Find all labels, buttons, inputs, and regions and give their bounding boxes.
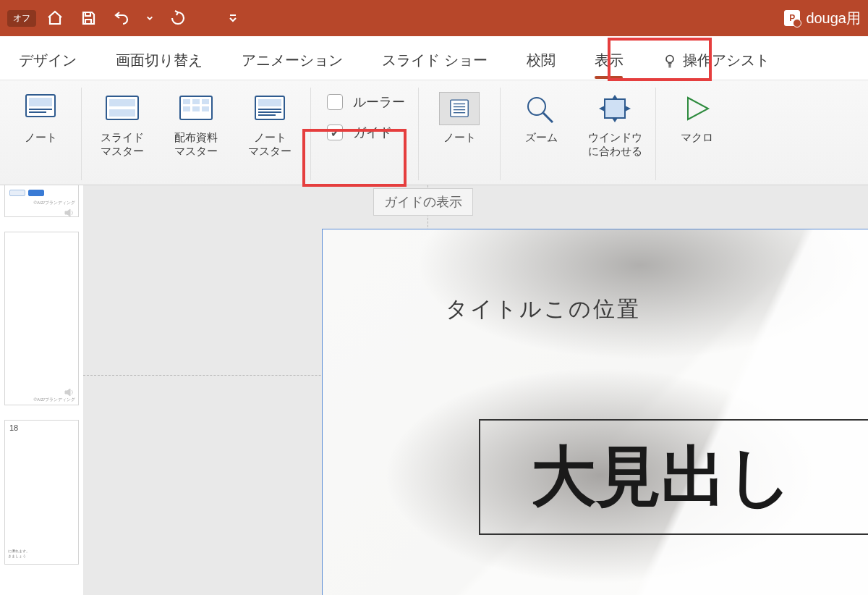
- undo-dropdown-icon[interactable]: [146, 9, 153, 27]
- svg-rect-6: [109, 99, 135, 106]
- speaker-icon: [64, 208, 75, 217]
- tab-view[interactable]: 表示: [592, 46, 626, 83]
- svg-line-26: [543, 113, 553, 122]
- btn-macro[interactable]: マクロ: [662, 88, 731, 145]
- svg-point-0: [666, 55, 673, 62]
- handout-master-icon: [176, 92, 216, 125]
- slide-background-image: [323, 229, 868, 595]
- document-title: douga用: [806, 9, 861, 28]
- svg-rect-16: [258, 99, 281, 106]
- btn-macro-label: マクロ: [681, 131, 713, 145]
- ribbon-tabs: デザイン 画面切り替え アニメーション スライド ショー 校閲 表示 操作アシス…: [0, 36, 868, 80]
- group-macros: マクロ: [656, 88, 737, 180]
- btn-fit-window-label: ウインドウ に合わせる: [588, 131, 642, 159]
- macro-icon: [676, 92, 717, 125]
- tab-animation[interactable]: アニメーション: [239, 46, 346, 83]
- thumbnail-slide[interactable]: ©AIZ/ブランディング: [4, 232, 79, 405]
- svg-rect-10: [192, 99, 200, 104]
- chk-guide[interactable]: ガイド: [327, 124, 405, 141]
- svg-rect-27: [605, 99, 625, 118]
- group-zoom: ズーム ウインドウ に合わせる: [501, 88, 656, 180]
- slide-master-icon: [102, 92, 142, 125]
- svg-rect-7: [109, 109, 135, 117]
- btn-notes-pane[interactable]: ノート: [425, 88, 494, 145]
- btn-zoom[interactable]: ズーム: [506, 88, 576, 145]
- chk-ruler-label: ルーラー: [353, 93, 405, 111]
- thumbnail-partial[interactable]: ©AIZ/ブランディング: [4, 185, 79, 217]
- fit-window-icon: [595, 92, 635, 125]
- qat-more-icon[interactable]: [229, 9, 237, 27]
- svg-rect-14: [202, 106, 209, 111]
- thumb-number: 18: [9, 423, 18, 432]
- btn-handout-master-label: 配布資料 マスター: [174, 131, 218, 159]
- btn-note[interactable]: ノート: [6, 88, 75, 145]
- ribbon-view: ノート スライド マスター 配布資料 マスター ノート マスター: [0, 80, 868, 185]
- thumb-brand: ©AIZ/ブランディング: [34, 200, 75, 206]
- slide-headline-box[interactable]: 大見出し: [479, 419, 868, 535]
- svg-rect-2: [29, 98, 52, 106]
- slide-canvas-area[interactable]: タイトルこの位置 大見出し: [83, 185, 868, 595]
- thumb-tiny-text: に優れます。きましょう: [8, 549, 30, 558]
- thumbnail-slide-18[interactable]: 18 に優れます。きましょう: [4, 420, 79, 565]
- btn-notes-master[interactable]: ノート マスター: [235, 88, 305, 159]
- notes-master-icon: [250, 92, 290, 125]
- svg-point-25: [528, 98, 545, 115]
- undo-icon[interactable]: [113, 9, 130, 27]
- btn-slide-master-label: スライド マスター: [101, 131, 144, 159]
- svg-rect-11: [202, 99, 209, 104]
- svg-rect-12: [183, 106, 190, 111]
- btn-note-label: ノート: [25, 131, 57, 145]
- group-master-views: スライド マスター 配布資料 マスター ノート マスター: [82, 88, 311, 180]
- tab-slideshow[interactable]: スライド ショー: [379, 46, 490, 83]
- powerpoint-app-icon: P: [784, 10, 800, 26]
- repeat-icon[interactable]: [169, 9, 187, 27]
- thumb-brand: ©AIZ/ブランディング: [34, 397, 75, 403]
- notes-pane-icon: [439, 92, 480, 125]
- slide-title-position-text[interactable]: タイトルこの位置: [446, 295, 641, 324]
- mini-btn-primary-icon: [28, 190, 44, 196]
- speaker-icon: [64, 387, 75, 397]
- btn-handout-master[interactable]: 配布資料 マスター: [161, 88, 231, 159]
- tooltip-guide-show: ガイドの表示: [373, 188, 473, 216]
- btn-notes-master-label: ノート マスター: [248, 131, 292, 159]
- tab-review[interactable]: 校閲: [524, 46, 558, 83]
- bulb-icon: [663, 54, 677, 68]
- slide[interactable]: タイトルこの位置 大見出し: [322, 229, 868, 595]
- btn-notes-pane-label: ノート: [443, 131, 476, 145]
- chk-guide-label: ガイド: [353, 124, 392, 141]
- document-title-wrap: P douga用: [784, 9, 861, 28]
- save-icon[interactable]: [80, 9, 97, 27]
- note-view-icon: [20, 92, 61, 125]
- autosave-badge[interactable]: オフ: [7, 10, 36, 27]
- zoom-icon: [521, 92, 561, 125]
- tab-design[interactable]: デザイン: [16, 46, 80, 83]
- checkbox-icon: [327, 94, 343, 110]
- group-show: ルーラー ガイド: [311, 88, 419, 180]
- chk-ruler[interactable]: ルーラー: [327, 93, 405, 111]
- btn-zoom-label: ズーム: [525, 131, 558, 145]
- group-notes: ノート: [419, 88, 501, 180]
- slide-thumbnail-pane[interactable]: ©AIZ/ブランディング ©AIZ/ブランディング 18 に優れます。きましょう: [0, 185, 83, 595]
- btn-slide-master[interactable]: スライド マスター: [88, 88, 157, 159]
- tab-tell-me-label: 操作アシスト: [683, 51, 770, 70]
- svg-rect-9: [183, 99, 190, 104]
- title-bar: オフ P douga用: [0, 0, 868, 36]
- home-icon[interactable]: [46, 9, 64, 27]
- checkbox-checked-icon: [327, 125, 343, 140]
- mini-btn-icon: [9, 190, 25, 196]
- quick-access-toolbar: [46, 9, 237, 27]
- tab-transition[interactable]: 画面切り替え: [113, 46, 205, 83]
- workspace: ©AIZ/ブランディング ©AIZ/ブランディング 18 に優れます。きましょう…: [0, 185, 868, 595]
- svg-rect-13: [192, 106, 200, 111]
- slide-headline-text: 大見出し: [531, 433, 793, 521]
- group-presentation-views: ノート: [0, 88, 82, 180]
- tab-tell-me[interactable]: 操作アシスト: [660, 46, 773, 83]
- btn-fit-window[interactable]: ウインドウ に合わせる: [580, 88, 650, 159]
- svg-rect-20: [451, 100, 468, 117]
